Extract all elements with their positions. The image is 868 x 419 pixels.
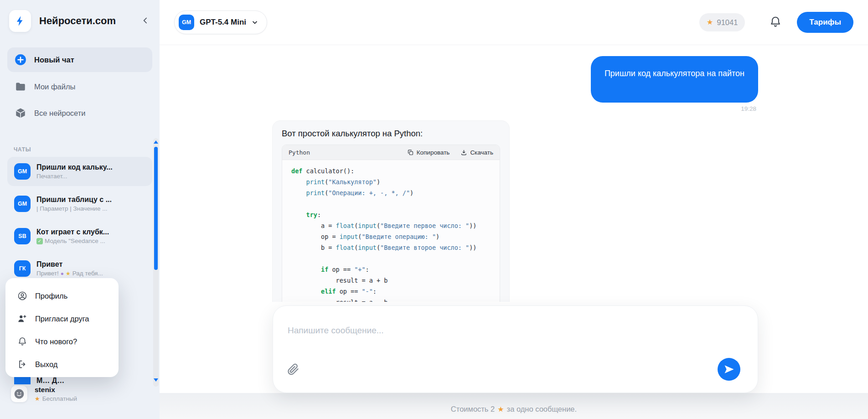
chat-texts: Пришли таблицу с ...| Параметр | Значени… — [36, 196, 112, 212]
chat-list-item[interactable]: GMПришли код кальку...Печатает... — [7, 157, 152, 186]
check-badge-icon: ✓ — [36, 238, 43, 244]
main-header: GM GPT-5.4 Mini ★ 91041 Тарифы — [160, 0, 868, 45]
chevron-left-icon — [141, 16, 150, 25]
cube-icon — [15, 107, 26, 119]
balance-value: 91041 — [717, 18, 738, 27]
copy-icon — [407, 149, 414, 156]
user-message-bubble: Пришли код калькулятора на пайтон — [591, 56, 758, 103]
chat-title: М… Д… — [36, 377, 64, 384]
code-line: a = float(input("Введите первое число: "… — [291, 220, 491, 231]
user-plan: ★Бесплатный — [35, 395, 77, 402]
user-menu-popup: ПрофильПригласи другаЧто нового?Выход — [5, 278, 119, 377]
sidebar-item-all-networks[interactable]: Все нейросети — [7, 101, 152, 125]
star-icon: ★ — [707, 19, 713, 26]
code-line: result = a - b — [291, 297, 491, 302]
send-message-button[interactable] — [718, 358, 740, 381]
tariffs-button[interactable]: Тарифы — [797, 12, 853, 33]
app: Нейросети.com Новый чатМои файлыВсе нейр… — [0, 0, 868, 419]
assistant-intro-text: Вот простой калькулятор на Python: — [282, 128, 500, 139]
sidebar-collapse-button[interactable] — [140, 16, 150, 26]
composer — [273, 305, 758, 393]
code-line: def calculator(): — [291, 166, 491, 176]
folder-icon — [15, 81, 26, 93]
star-icon: ★ — [35, 396, 40, 402]
download-code-button[interactable]: Скачать — [460, 149, 493, 156]
invite-icon — [17, 314, 27, 324]
code-line: try: — [291, 209, 491, 220]
sidebar-item-label: Мои файлы — [34, 83, 75, 91]
attach-file-button[interactable] — [284, 361, 302, 379]
copy-code-button[interactable]: Копировать — [407, 149, 450, 156]
code-line: b = float(input("Введите второе число: "… — [291, 242, 491, 253]
code-line — [291, 198, 491, 209]
sidebar-item-label: Новый чат — [34, 56, 74, 64]
user-panel[interactable]: stenix ★Бесплатный — [11, 386, 77, 402]
chat-texts: Кот играет с клубк...✓Модель "Seedance .… — [36, 228, 109, 244]
model-selector[interactable]: GM GPT-5.4 Mini — [174, 10, 267, 34]
chat-title: Пришли код кальку... — [36, 163, 113, 171]
user-texts: stenix ★Бесплатный — [35, 386, 77, 402]
code-line: result = a + b — [291, 275, 491, 286]
menu-item-whats-new[interactable]: Что нового? — [5, 330, 119, 353]
message-list: Пришли код калькулятора на пайтон 19:28 … — [160, 46, 868, 302]
chat-avatar-badge: GM — [14, 163, 31, 180]
copy-label: Копировать — [417, 149, 450, 156]
user-plan-label: Бесплатный — [42, 395, 77, 402]
plus-circle-icon — [15, 54, 26, 66]
scrollbar-thumb[interactable] — [154, 147, 158, 270]
menu-item-label: Пригласи друга — [35, 315, 89, 323]
logout-icon — [17, 359, 27, 369]
message-timestamp: 19:28 — [741, 105, 756, 112]
chat-title: Привет — [36, 260, 103, 269]
chat-list-item[interactable]: М… Д… — [7, 377, 152, 384]
brand-name: Нейросети.com — [39, 15, 140, 27]
chat-subtitle: ✓Модель "Seedance ... — [36, 238, 109, 244]
download-label: Скачать — [470, 149, 493, 156]
main-area: GM GPT-5.4 Mini ★ 91041 Тарифы Пришли ко… — [160, 0, 868, 419]
smiley-face-icon — [13, 388, 25, 400]
emoji-icon: ● — [61, 270, 64, 277]
code-content: def calculator(): print("Калькулятор") p… — [282, 160, 500, 302]
brand: Нейросети.com — [9, 10, 150, 32]
code-line: if op == "+": — [291, 264, 491, 275]
menu-item-label: Выход — [35, 360, 57, 369]
chat-list-item[interactable]: GMПришли таблицу с ...| Параметр | Значе… — [7, 189, 152, 218]
code-block-header: Python Копировать Скачать — [282, 145, 500, 160]
menu-item-logout[interactable]: Выход — [5, 353, 119, 376]
lightning-bolt-icon — [14, 15, 26, 27]
notifications-button[interactable] — [769, 16, 782, 29]
chat-title: Кот играет с клубк... — [36, 228, 109, 236]
chat-list-scrollbar[interactable] — [153, 138, 159, 387]
code-line: op = input("Введите операцию: ") — [291, 231, 491, 242]
code-line: print("Калькулятор") — [291, 176, 491, 187]
chat-subtitle: Привет! ●★ Рад тебя... — [36, 270, 103, 277]
message-cost-note: Стоимость 2 ★ за одно сообщение. — [451, 399, 577, 419]
paper-plane-icon — [723, 364, 734, 375]
cost-suffix: за одно сообщение. — [507, 405, 577, 414]
sidebar-item-my-files[interactable]: Мои файлы — [7, 75, 152, 98]
balance-pill[interactable]: ★ 91041 — [699, 13, 745, 31]
scroll-up-arrow-icon[interactable] — [154, 140, 158, 144]
chat-avatar-badge: GM — [14, 196, 31, 212]
cost-prefix: Стоимость 2 — [451, 405, 495, 414]
message-input[interactable] — [287, 325, 724, 336]
menu-item-profile[interactable]: Профиль — [5, 285, 119, 307]
menu-item-invite-friend[interactable]: Пригласи друга — [5, 307, 119, 330]
bell-icon — [769, 16, 782, 28]
code-line: elif op == "-": — [291, 286, 491, 297]
chat-texts: Пришли код кальку...Печатает... — [36, 163, 113, 180]
chat-avatar-badge: SB — [14, 228, 31, 244]
model-badge: GM — [179, 15, 194, 30]
sidebar-item-new-chat[interactable]: Новый чат — [7, 47, 152, 72]
model-name: GPT-5.4 Mini — [200, 18, 246, 27]
bell-icon — [17, 336, 27, 347]
chat-list-item[interactable]: SBКот играет с клубк...✓Модель "Seedance… — [7, 222, 152, 251]
user-name: stenix — [35, 386, 77, 394]
chat-avatar-badge — [14, 377, 31, 384]
profile-icon — [17, 291, 27, 301]
menu-item-label: Что нового? — [35, 337, 77, 346]
chats-section-label: ЧАТЫ — [14, 146, 31, 153]
scroll-down-arrow-icon[interactable] — [154, 378, 158, 382]
chat-subtitle: Печатает... — [36, 173, 113, 180]
chat-avatar-badge: ГК — [14, 260, 31, 277]
